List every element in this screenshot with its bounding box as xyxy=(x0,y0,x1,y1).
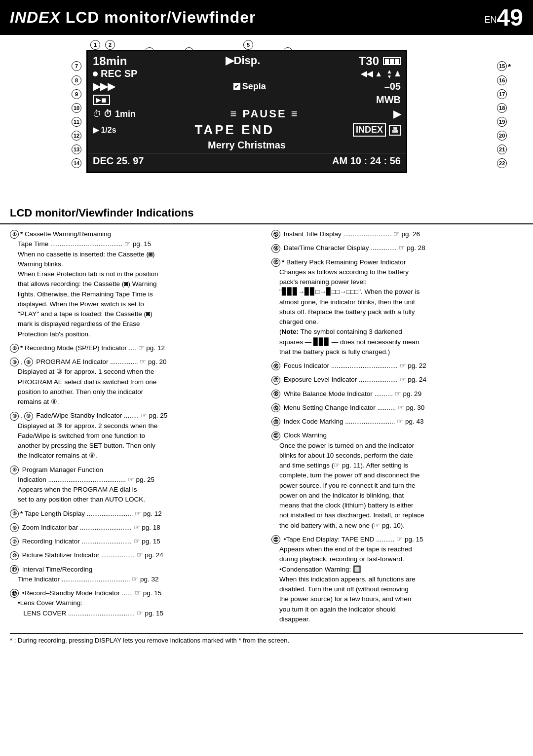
header-title: INDEX LCD monitor/Viewfinder xyxy=(10,8,256,27)
lcd-disp: ▶Disp. xyxy=(226,54,261,67)
item-11: ⑪ Interval Time/Recording Time Indicator… xyxy=(10,565,262,585)
right-column: ⑬ Instant Title Display ................… xyxy=(271,229,523,628)
lcd-merry: Merry Christmas xyxy=(88,139,406,152)
callout-9: 9 xyxy=(72,89,81,99)
item-1: ①* Cassette Warning/Remaining Tape Time … xyxy=(10,229,262,339)
callout-11: 11 xyxy=(72,117,81,127)
item-22: ㉒ •Tape End Display: TAPE END ..........… xyxy=(271,535,523,624)
item-3-9: ③, ⑨ Fade/Wipe Standby Indicator .......… xyxy=(10,411,262,461)
item-19: ⑲ Menu Setting Change Indicator ........… xyxy=(271,403,523,413)
en-label: EN xyxy=(485,15,497,25)
callout-8: 8 xyxy=(72,75,81,85)
item-2: ②* Recording Mode (SP/EP) Indicator ....… xyxy=(10,343,262,353)
callout-17: 17 xyxy=(497,89,507,99)
item-4: ④ Program Manager Function Indication ..… xyxy=(10,465,262,505)
lcd-arrows-right: ◀◀▲ ▲ ▼ ♟ xyxy=(361,69,401,79)
item-14: ⑭ Date/Time Character Display ..........… xyxy=(271,243,523,253)
lcd-row3: ▶▶▶ ✔ Sepia –05 xyxy=(88,79,406,93)
indications-content: ①* Cassette Warning/Remaining Tape Time … xyxy=(0,229,533,628)
callout-15: 15 xyxy=(497,61,507,71)
item-3-8: ③, ⑧ PROGRAM AE Indicator ..............… xyxy=(10,357,262,407)
item-10: ⑩ Picture Stabilizer Indicator .........… xyxy=(10,550,262,560)
item-21: ㉑ Clock Warning Once the power is turned… xyxy=(271,431,523,531)
lcd-row4: ▶◼ MWB xyxy=(88,93,406,107)
lcd-screen: 18min ▶Disp. T30 REC SP ◀◀▲ ▲ xyxy=(86,50,407,173)
item-5: ⑤* Tape Length Display .................… xyxy=(10,509,262,519)
callout-19: 19 xyxy=(497,117,507,127)
left-callouts: 7 8 9 10 11 12 13 14 xyxy=(72,59,81,170)
callout-10: 10 xyxy=(72,103,81,113)
lcd-datetime: DEC 25. 97 AM 10 : 24 : 56 xyxy=(88,153,406,169)
index-italic: INDEX xyxy=(10,8,61,26)
callout-21: 21 xyxy=(497,144,507,154)
lcd-row5: ⏱ ⏱ 1min ≡ PAUSE ≡ ▶ xyxy=(88,107,406,121)
item-7: ⑦ Recording Indicator ..................… xyxy=(10,537,262,546)
item-17: ⑰ Exposure Level Indicator .............… xyxy=(271,375,523,385)
callout-13: 13 xyxy=(72,144,81,154)
callout-14: 14 xyxy=(72,158,81,168)
item-6: ⑥ Zoom Indicator bar ...................… xyxy=(10,523,262,533)
callout-7: 7 xyxy=(72,61,81,71)
right-callouts: 15* 16 17 18 19 20 21 22 xyxy=(497,59,511,170)
item-20: ⑳ Index Code Marking ...................… xyxy=(271,417,523,427)
indications-title: LCD monitor/Viewfinder Indications xyxy=(0,203,533,224)
lcd-diagram: 1 * 2 * 3 4 5 * 6 7 8 9 10 11 12 13 14 1… xyxy=(7,40,526,198)
callout-22: 22 xyxy=(497,158,507,168)
footer-note: * : During recording, pressing DISPLAY l… xyxy=(10,633,523,644)
callout-5: 5 xyxy=(243,40,253,50)
tape-end-text: TAPE END xyxy=(195,122,275,138)
left-column: ①* Cassette Warning/Remaining Tape Time … xyxy=(10,229,262,628)
item-18: ⑱ White Balance Mode Indicator .........… xyxy=(271,389,523,399)
callout-16: 16 xyxy=(497,75,507,85)
callout-1: 1 xyxy=(90,40,100,50)
item-13: ⑬ Instant Title Display ................… xyxy=(271,229,523,239)
page-header: INDEX LCD monitor/Viewfinder EN49 xyxy=(0,0,533,35)
page-number: 49 xyxy=(497,4,523,31)
item-16: ⑯ Focus Indicator ......................… xyxy=(271,361,523,371)
lcd-row6: ▶ 1/2s TAPE END INDEX 🖶 xyxy=(88,121,406,139)
callout-18: 18 xyxy=(497,103,507,113)
lcd-rec-sp: REC SP xyxy=(93,68,137,79)
page-number-area: EN49 xyxy=(485,4,523,31)
item-15: ⑮* Battery Pack Remaining Power Indicato… xyxy=(271,257,523,358)
callout-12: 12 xyxy=(72,131,81,141)
item-12: ⑫ •Record–Standby Mode Indicator ...... … xyxy=(10,588,262,618)
callout-2: 2 xyxy=(105,40,115,50)
lcd-t30: T30 xyxy=(359,54,401,68)
lcd-time18: 18min xyxy=(93,54,127,68)
callout-20: 20 xyxy=(497,131,507,141)
